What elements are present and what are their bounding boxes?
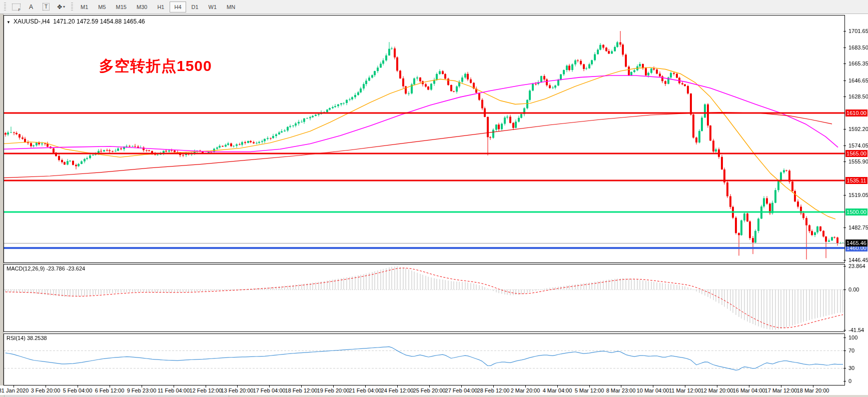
- axis-tick-mark: [843, 48, 846, 48]
- macd-panel: [4, 264, 845, 332]
- objects-tool-icon: ✥: [57, 4, 62, 10]
- time-tick-label: 3 Feb 20:00: [31, 388, 61, 394]
- hline-price-badge: 1500.00: [845, 208, 867, 216]
- hline-price-badge: 1535.11: [845, 177, 867, 184]
- time-tick-label: 9 Feb 23:00: [127, 388, 157, 394]
- timeframe-w1-button[interactable]: W1: [204, 2, 222, 12]
- time-tick-label: 18 Mar 20:00: [797, 388, 829, 394]
- price-tick-label: 1646.65: [848, 78, 868, 84]
- rsi-indicator-label: RSI(14) 38.2538: [7, 335, 47, 341]
- time-tick-label: 11 Mar 12:00: [669, 388, 701, 394]
- rsi-canvas[interactable]: [4, 334, 844, 385]
- time-tick-label: 13 Feb 20:00: [221, 388, 254, 394]
- objects-tool-dropdown-icon[interactable]: ▾: [63, 4, 65, 9]
- timeframe-mn-button[interactable]: MN: [222, 2, 240, 12]
- price-chart-panel: [4, 15, 845, 263]
- timeframe-group: M1M5M15M30H1H4D1W1MN: [76, 2, 240, 12]
- time-tick-label: 6 Feb 12:00: [95, 388, 125, 394]
- chart-text-annotation[interactable]: 多空转折点1500: [99, 56, 212, 76]
- time-tick-label: 24 Feb 12:00: [381, 388, 414, 394]
- horizontal-scrollbar-thumb[interactable]: [4, 395, 229, 397]
- time-tick-label: 18 Feb 12:00: [285, 388, 318, 394]
- time-tick-label: 12 Feb 12:00: [190, 388, 222, 394]
- macd-tick-label: 0.00: [848, 286, 859, 292]
- timeframe-h1-button[interactable]: H1: [153, 2, 169, 12]
- axis-tick-mark: [843, 290, 846, 290]
- rsi-panel: [4, 334, 845, 386]
- axis-tick-mark: [843, 368, 846, 368]
- time-tick-label: 19 Feb 20:00: [317, 388, 350, 394]
- toolbar-grip[interactable]: [4, 2, 6, 12]
- time-tick-label: 31 Jan 2020: [0, 388, 29, 394]
- axis-tick-mark: [843, 381, 846, 382]
- current-price-badge: 1465.46: [845, 240, 867, 246]
- axis-tick-mark: [843, 338, 846, 338]
- time-tick-label: 16 Mar 04:00: [733, 388, 765, 394]
- time-tick-label: 10 Mar 04:00: [637, 388, 669, 394]
- macd-canvas[interactable]: [4, 264, 844, 332]
- time-tick-label: 27 Feb 04:00: [445, 388, 478, 394]
- axis-tick-mark: [843, 80, 846, 81]
- axis-tick-mark: [843, 260, 846, 260]
- axis-tick-mark: [843, 31, 846, 32]
- price-tick-label: 1519.05: [848, 192, 868, 198]
- symbol-dropdown-icon[interactable]: ▼: [7, 20, 11, 24]
- macd-indicator-label: MACD(12,26,9) -23.786 -23.624: [7, 266, 85, 272]
- macd-tick-label: -41.54: [848, 327, 864, 333]
- price-tick-label: 1482.75: [848, 224, 868, 230]
- symbol-title: XAUUSD-,H4: [14, 18, 50, 25]
- time-tick-label: 2 Mar 20:00: [511, 388, 540, 394]
- price-tick-label: 1574.05: [848, 142, 868, 148]
- toolbar-grip-2[interactable]: [71, 2, 73, 12]
- axis-tick-mark: [843, 64, 846, 64]
- grid-f-button[interactable]: F: [9, 1, 23, 13]
- axis-tick-mark: [843, 330, 846, 330]
- axis-tick-mark: [843, 228, 846, 228]
- text-tool-button[interactable]: T: [39, 1, 53, 13]
- font-tool-button[interactable]: A: [24, 1, 38, 13]
- price-tick-label: 1592.20: [848, 126, 868, 132]
- rsi-tick-label: 70: [848, 348, 854, 354]
- hline-price-badge: 1565.00: [845, 150, 867, 157]
- time-tick-label: 17 Mar 12:00: [765, 388, 797, 394]
- axis-tick-mark: [843, 162, 846, 162]
- rsi-tick-label: 30: [848, 365, 854, 371]
- price-tick-label: 1665.35: [848, 60, 868, 66]
- price-tick-label: 1446.45: [848, 257, 868, 263]
- timeframe-m15-button[interactable]: M15: [112, 2, 131, 12]
- chart-header[interactable]: ▼XAUUSD-,H4 1471.20 1472.59 1454.88 1465…: [7, 18, 145, 25]
- axis-tick-mark: [843, 350, 846, 351]
- text-tool-icon: T: [43, 3, 50, 10]
- timeframe-d1-button[interactable]: D1: [187, 2, 203, 12]
- time-tick-label: 25 Feb 20:00: [413, 388, 446, 394]
- timeframe-m1-button[interactable]: M1: [76, 2, 93, 12]
- axis-tick-mark: [843, 195, 846, 196]
- macd-tick-label: 23.864: [848, 263, 865, 269]
- time-tick-label: 5 Mar 12:00: [575, 388, 604, 394]
- time-axis[interactable]: 31 Jan 20203 Feb 20:005 Feb 04:006 Feb 1…: [0, 386, 868, 395]
- ohlc-readout: 1471.20 1472.59 1454.88 1465.46: [53, 18, 145, 25]
- hline-price-badge: 1610.00: [845, 110, 867, 116]
- time-tick-label: 21 Feb 04:00: [349, 388, 382, 394]
- price-tick-label: 1683.50: [848, 44, 868, 50]
- time-tick-label: 11 Feb 04:00: [158, 388, 190, 394]
- objects-tool-button[interactable]: ✥▾: [54, 1, 68, 13]
- horizontal-scrollbar[interactable]: [0, 395, 868, 397]
- timeframe-h4-button[interactable]: H4: [170, 2, 186, 12]
- rsi-tick-label: 100: [848, 334, 857, 340]
- object-tools-group: FAT✥▾: [9, 1, 69, 13]
- axis-tick-mark: [843, 96, 846, 97]
- window-left-edge: [0, 14, 4, 397]
- rsi-tick-label: 0: [848, 378, 851, 384]
- price-tick-label: 1555.90: [848, 158, 868, 164]
- time-tick-label: 28 Feb 12:00: [477, 388, 510, 394]
- timeframe-m5-button[interactable]: M5: [94, 2, 110, 12]
- price-chart-canvas[interactable]: [4, 16, 844, 262]
- toolbar: FAT✥▾ M1M5M15M30H1H4D1W1MN: [0, 0, 868, 14]
- time-tick-label: 12 Mar 20:00: [701, 388, 733, 394]
- font-tool-icon: A: [29, 4, 33, 10]
- price-axis[interactable]: 1701.651683.501665.351646.651628.501592.…: [845, 0, 868, 397]
- axis-tick-mark: [843, 266, 846, 266]
- axis-tick-mark: [843, 146, 846, 146]
- timeframe-m30-button[interactable]: M30: [132, 2, 152, 12]
